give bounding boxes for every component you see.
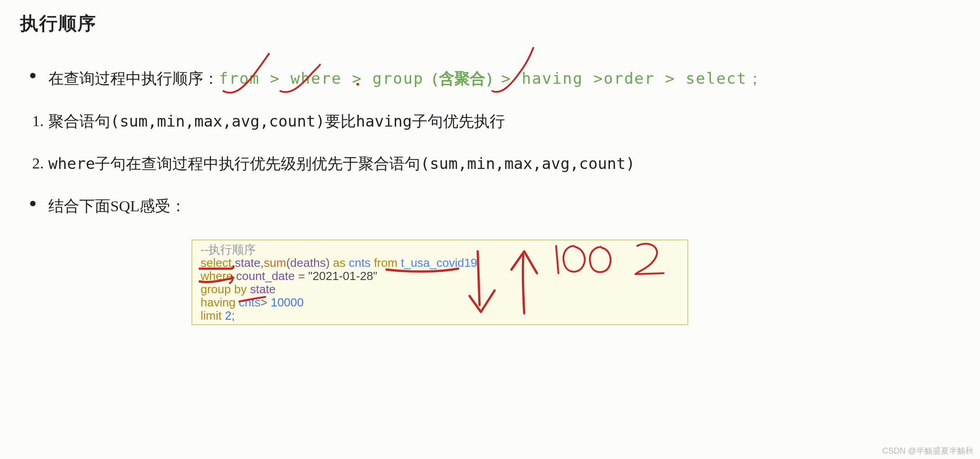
kw-select: select； — [686, 69, 763, 87]
watermark-text: CSDN @半觞盛夏半觞秋 — [882, 445, 974, 456]
code-line-select: select state,sum(deaths) as cnts from t_… — [201, 256, 679, 270]
kw-order: order — [603, 69, 655, 87]
item1-text: 聚合语句(sum,min,max,avg,count)要比having子句优先执… — [48, 112, 505, 130]
kw-having: having — [521, 69, 583, 87]
gt: > — [501, 69, 521, 87]
code-line-where: where count_date = "2021-01-28" — [201, 270, 679, 283]
gt: > — [342, 69, 372, 87]
item3-text: 结合下面SQL感受： — [48, 198, 186, 214]
content-list: 在查询过程中执行顺序：from > where > group（含聚合）> ha… — [30, 64, 763, 234]
gt: > — [260, 69, 290, 87]
kw-where: where — [290, 69, 341, 87]
agg-text: 含聚合 — [439, 70, 485, 87]
numbered-item-1: 1. 聚合语句(sum,min,max,avg,count)要比having子句… — [30, 107, 763, 137]
paren-left: （ — [423, 70, 439, 87]
code-line-group: group by state — [201, 283, 679, 296]
bullet-exec-order: 在查询过程中执行顺序：from > where > group（含聚合）> ha… — [30, 64, 763, 94]
marker-2: 2. — [28, 149, 44, 178]
numbered-item-2: 2. where子句在查询过程中执行优先级别优先于聚合语句(sum,min,ma… — [30, 149, 763, 179]
section-heading: 执行顺序 — [20, 11, 97, 36]
bullet-sql-feel: 结合下面SQL感受： — [30, 192, 763, 221]
code-comment: --执行顺序 — [201, 243, 679, 256]
intro-text: 在查询过程中执行顺序： — [48, 70, 219, 87]
code-line-having: having cnts> 10000 — [201, 296, 679, 309]
kw-group: group — [372, 69, 423, 87]
gt: > — [655, 69, 686, 87]
item2-text: where子句在查询过程中执行优先级别优先于聚合语句(sum,min,max,a… — [48, 154, 635, 173]
code-line-limit: limit 2; — [201, 309, 679, 322]
sql-code-box: --执行顺序 select state,sum(deaths) as cnts … — [191, 240, 688, 325]
kw-from: from — [219, 69, 260, 87]
marker-1: 1. — [28, 107, 44, 136]
gt: > — [583, 69, 603, 87]
paren-right: ） — [485, 70, 501, 87]
